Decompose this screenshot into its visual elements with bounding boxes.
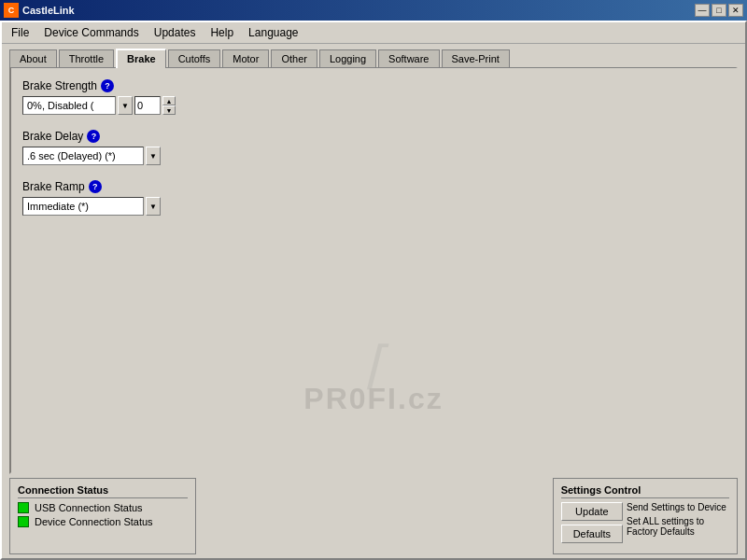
tab-throttle[interactable]: Throttle	[59, 49, 114, 69]
brake-delay-help-icon[interactable]: ?	[87, 130, 100, 143]
tab-about[interactable]: About	[9, 49, 57, 69]
app-icon: C	[4, 3, 19, 18]
watermark: ⌈ PR0FI.cz	[303, 340, 443, 416]
brake-strength-dropdown-arrow[interactable]: ▼	[118, 96, 133, 115]
settings-left-col: Update Defaults	[561, 502, 623, 543]
connection-status-title: Connection Status	[18, 484, 188, 498]
brake-strength-controls: 0%, Disabled ( ▼ ▲ ▼	[22, 96, 725, 115]
tab-brake[interactable]: Brake	[116, 49, 166, 68]
spacer	[196, 478, 553, 554]
brake-strength-help-icon[interactable]: ?	[101, 79, 114, 92]
brake-strength-spin-down[interactable]: ▼	[162, 105, 176, 115]
window-controls: — □ ✕	[695, 4, 743, 17]
tab-motor[interactable]: Motor	[222, 49, 269, 69]
brake-delay-group: Brake Delay ? .6 sec (Delayed) (*) ▼	[22, 130, 725, 165]
settings-control-panel: Settings Control Update Defaults Send Se…	[553, 478, 738, 554]
settings-right-col: Send Settings to Device Set ALL settings…	[627, 502, 729, 543]
device-status-dot	[18, 516, 29, 527]
brake-ramp-group: Brake Ramp ? Immediate (*) ▼	[22, 180, 725, 216]
usb-status-item: USB Connection Status	[18, 502, 188, 513]
tab-software[interactable]: Software	[378, 49, 439, 69]
device-status-label: Device Connection Status	[35, 516, 153, 527]
brake-delay-dropdown[interactable]: .6 sec (Delayed) (*)	[22, 147, 144, 165]
menu-bar: File Device Commands Updates Help Langua…	[2, 22, 745, 44]
menu-help[interactable]: Help	[204, 24, 239, 41]
brake-strength-dropdown[interactable]: 0%, Disabled (	[22, 96, 116, 115]
menu-language[interactable]: Language	[243, 24, 303, 41]
update-button[interactable]: Update	[561, 502, 623, 521]
app-title: CastleLink	[22, 5, 695, 16]
defaults-desc: Set ALL settings to Factory Defaults	[627, 516, 729, 537]
brake-strength-group: Brake Strength ? 0%, Disabled ( ▼ ▲ ▼	[22, 79, 725, 115]
bottom-bar: Connection Status USB Connection Status …	[2, 474, 745, 558]
brake-delay-label: Brake Delay	[22, 130, 83, 143]
settings-buttons-row: Update Defaults Send Settings to Device …	[561, 502, 729, 543]
tab-cutoffs[interactable]: Cutoffs	[168, 49, 221, 69]
tab-other[interactable]: Other	[271, 49, 317, 69]
brake-delay-controls: .6 sec (Delayed) (*) ▼	[22, 147, 725, 165]
brake-delay-dropdown-arrow[interactable]: ▼	[146, 147, 161, 165]
brake-strength-label: Brake Strength	[22, 79, 97, 92]
menu-file[interactable]: File	[6, 24, 35, 41]
brake-ramp-dropdown-arrow[interactable]: ▼	[146, 197, 161, 216]
brake-ramp-controls: Immediate (*) ▼	[22, 197, 725, 216]
close-button[interactable]: ✕	[728, 4, 743, 17]
brake-strength-number-input[interactable]	[134, 96, 161, 115]
brake-ramp-dropdown[interactable]: Immediate (*)	[22, 197, 144, 216]
update-desc: Send Settings to Device	[627, 502, 729, 512]
svg-text:C: C	[8, 6, 15, 15]
settings-control-title: Settings Control	[561, 484, 729, 498]
brake-ramp-help-icon[interactable]: ?	[89, 180, 102, 193]
tab-save-print[interactable]: Save-Print	[442, 49, 510, 69]
brake-ramp-label-row: Brake Ramp ?	[22, 180, 725, 193]
brake-delay-label-row: Brake Delay ?	[22, 130, 725, 143]
brake-strength-label-row: Brake Strength ?	[22, 79, 725, 92]
tab-logging[interactable]: Logging	[319, 49, 376, 69]
menu-device-commands[interactable]: Device Commands	[38, 24, 144, 41]
usb-status-label: USB Connection Status	[35, 502, 143, 513]
brake-ramp-label: Brake Ramp	[22, 180, 85, 193]
maximize-button[interactable]: □	[712, 4, 726, 17]
defaults-button[interactable]: Defaults	[561, 525, 623, 543]
minimize-button[interactable]: —	[695, 4, 710, 17]
connection-status-panel: Connection Status USB Connection Status …	[9, 478, 196, 554]
brake-strength-spin-up[interactable]: ▲	[162, 96, 176, 105]
tab-bar: About Throttle Brake Cutoffs Motor Other…	[2, 44, 745, 67]
main-window: File Device Commands Updates Help Langua…	[0, 21, 747, 560]
brake-strength-spinner: ▲ ▼	[162, 96, 176, 115]
title-bar: C CastleLink — □ ✕	[0, 0, 747, 21]
menu-updates[interactable]: Updates	[148, 24, 202, 41]
tab-content-brake: Brake Strength ? 0%, Disabled ( ▼ ▲ ▼ Br…	[9, 67, 738, 474]
usb-status-dot	[18, 502, 29, 513]
device-status-item: Device Connection Status	[18, 516, 188, 527]
